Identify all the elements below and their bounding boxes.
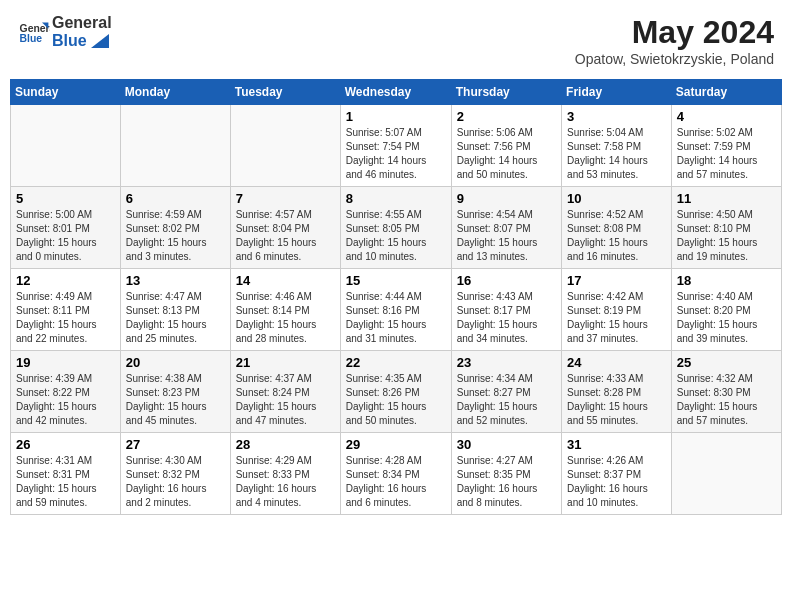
day-info-line: Sunrise: 5:00 AM	[16, 208, 115, 222]
day-info-line: Daylight: 14 hours	[346, 154, 446, 168]
day-info-line: Sunrise: 4:40 AM	[677, 290, 776, 304]
day-info-line: Sunset: 8:35 PM	[457, 468, 556, 482]
calendar-cell: 20Sunrise: 4:38 AMSunset: 8:23 PMDayligh…	[120, 351, 230, 433]
day-info-line: and 0 minutes.	[16, 250, 115, 264]
calendar-week-4: 19Sunrise: 4:39 AMSunset: 8:22 PMDayligh…	[11, 351, 782, 433]
day-info: Sunrise: 5:06 AMSunset: 7:56 PMDaylight:…	[457, 126, 556, 182]
calendar-cell	[671, 433, 781, 515]
day-number: 19	[16, 355, 115, 370]
day-info-line: Daylight: 15 hours	[236, 400, 335, 414]
day-info: Sunrise: 4:37 AMSunset: 8:24 PMDaylight:…	[236, 372, 335, 428]
day-info-line: Sunrise: 4:38 AM	[126, 372, 225, 386]
day-info-line: Sunset: 8:24 PM	[236, 386, 335, 400]
day-number: 7	[236, 191, 335, 206]
day-info-line: and 16 minutes.	[567, 250, 666, 264]
day-info-line: and 34 minutes.	[457, 332, 556, 346]
svg-marker-3	[91, 34, 109, 48]
day-info-line: Sunset: 8:37 PM	[567, 468, 666, 482]
day-info: Sunrise: 5:07 AMSunset: 7:54 PMDaylight:…	[346, 126, 446, 182]
day-info-line: Sunset: 8:11 PM	[16, 304, 115, 318]
day-info-line: and 50 minutes.	[457, 168, 556, 182]
day-info: Sunrise: 4:32 AMSunset: 8:30 PMDaylight:…	[677, 372, 776, 428]
day-info-line: Daylight: 15 hours	[126, 400, 225, 414]
day-info-line: Daylight: 15 hours	[16, 400, 115, 414]
day-number: 3	[567, 109, 666, 124]
day-info-line: Sunrise: 5:07 AM	[346, 126, 446, 140]
day-info-line: Sunrise: 4:59 AM	[126, 208, 225, 222]
calendar-cell: 28Sunrise: 4:29 AMSunset: 8:33 PMDayligh…	[230, 433, 340, 515]
title-block: May 2024 Opatow, Swietokrzyskie, Poland	[575, 14, 774, 67]
calendar-cell: 22Sunrise: 4:35 AMSunset: 8:26 PMDayligh…	[340, 351, 451, 433]
day-info-line: Sunrise: 4:31 AM	[16, 454, 115, 468]
day-info-line: Sunrise: 4:33 AM	[567, 372, 666, 386]
day-info-line: Daylight: 15 hours	[677, 236, 776, 250]
day-info-line: Sunrise: 4:44 AM	[346, 290, 446, 304]
header-tuesday: Tuesday	[230, 80, 340, 105]
day-info: Sunrise: 5:00 AMSunset: 8:01 PMDaylight:…	[16, 208, 115, 264]
day-info-line: Sunset: 8:34 PM	[346, 468, 446, 482]
day-info: Sunrise: 4:49 AMSunset: 8:11 PMDaylight:…	[16, 290, 115, 346]
day-info-line: and 10 minutes.	[346, 250, 446, 264]
day-info-line: Daylight: 15 hours	[16, 318, 115, 332]
calendar-cell: 26Sunrise: 4:31 AMSunset: 8:31 PMDayligh…	[11, 433, 121, 515]
day-info-line: Daylight: 15 hours	[567, 400, 666, 414]
calendar-header-row: SundayMondayTuesdayWednesdayThursdayFrid…	[11, 80, 782, 105]
header-monday: Monday	[120, 80, 230, 105]
calendar-cell: 10Sunrise: 4:52 AMSunset: 8:08 PMDayligh…	[562, 187, 672, 269]
day-info-line: Sunrise: 4:37 AM	[236, 372, 335, 386]
day-info-line: and 6 minutes.	[236, 250, 335, 264]
day-info-line: Daylight: 15 hours	[346, 318, 446, 332]
logo-general-text: General	[52, 14, 112, 31]
day-info-line: Sunrise: 4:50 AM	[677, 208, 776, 222]
calendar-cell: 30Sunrise: 4:27 AMSunset: 8:35 PMDayligh…	[451, 433, 561, 515]
day-info-line: Sunset: 8:30 PM	[677, 386, 776, 400]
day-info-line: Daylight: 15 hours	[457, 400, 556, 414]
day-info-line: Sunset: 8:22 PM	[16, 386, 115, 400]
day-info-line: Daylight: 15 hours	[677, 400, 776, 414]
header-friday: Friday	[562, 80, 672, 105]
day-info-line: Sunrise: 4:29 AM	[236, 454, 335, 468]
day-info-line: Sunset: 8:17 PM	[457, 304, 556, 318]
day-info-line: Sunset: 8:20 PM	[677, 304, 776, 318]
day-number: 27	[126, 437, 225, 452]
day-info: Sunrise: 4:27 AMSunset: 8:35 PMDaylight:…	[457, 454, 556, 510]
day-info-line: Daylight: 16 hours	[236, 482, 335, 496]
day-info-line: Sunset: 8:27 PM	[457, 386, 556, 400]
calendar-cell: 15Sunrise: 4:44 AMSunset: 8:16 PMDayligh…	[340, 269, 451, 351]
day-info-line: and 8 minutes.	[457, 496, 556, 510]
subtitle: Opatow, Swietokrzyskie, Poland	[575, 51, 774, 67]
day-info-line: Daylight: 15 hours	[567, 236, 666, 250]
day-info-line: Sunrise: 4:39 AM	[16, 372, 115, 386]
day-info-line: Sunset: 8:19 PM	[567, 304, 666, 318]
day-info-line: Sunrise: 5:02 AM	[677, 126, 776, 140]
day-info-line: Daylight: 15 hours	[567, 318, 666, 332]
logo: General Blue General Blue	[18, 14, 112, 49]
day-info: Sunrise: 4:31 AMSunset: 8:31 PMDaylight:…	[16, 454, 115, 510]
day-info: Sunrise: 4:28 AMSunset: 8:34 PMDaylight:…	[346, 454, 446, 510]
day-info-line: Daylight: 16 hours	[346, 482, 446, 496]
day-info-line: Sunset: 7:58 PM	[567, 140, 666, 154]
day-info: Sunrise: 4:47 AMSunset: 8:13 PMDaylight:…	[126, 290, 225, 346]
header-wednesday: Wednesday	[340, 80, 451, 105]
day-info-line: Sunrise: 4:42 AM	[567, 290, 666, 304]
day-info-line: Sunrise: 4:55 AM	[346, 208, 446, 222]
logo-icon: General Blue	[18, 16, 50, 48]
calendar-cell: 9Sunrise: 4:54 AMSunset: 8:07 PMDaylight…	[451, 187, 561, 269]
day-number: 28	[236, 437, 335, 452]
day-info-line: Daylight: 16 hours	[567, 482, 666, 496]
day-info-line: and 53 minutes.	[567, 168, 666, 182]
day-number: 4	[677, 109, 776, 124]
day-number: 10	[567, 191, 666, 206]
calendar-cell: 13Sunrise: 4:47 AMSunset: 8:13 PMDayligh…	[120, 269, 230, 351]
day-info-line: and 22 minutes.	[16, 332, 115, 346]
day-info-line: Daylight: 15 hours	[346, 236, 446, 250]
day-info-line: Daylight: 15 hours	[677, 318, 776, 332]
day-info: Sunrise: 4:43 AMSunset: 8:17 PMDaylight:…	[457, 290, 556, 346]
day-info-line: and 52 minutes.	[457, 414, 556, 428]
day-info-line: Sunset: 7:56 PM	[457, 140, 556, 154]
day-info-line: and 6 minutes.	[346, 496, 446, 510]
day-info: Sunrise: 4:50 AMSunset: 8:10 PMDaylight:…	[677, 208, 776, 264]
calendar-week-3: 12Sunrise: 4:49 AMSunset: 8:11 PMDayligh…	[11, 269, 782, 351]
day-info-line: and 50 minutes.	[346, 414, 446, 428]
day-info: Sunrise: 4:39 AMSunset: 8:22 PMDaylight:…	[16, 372, 115, 428]
